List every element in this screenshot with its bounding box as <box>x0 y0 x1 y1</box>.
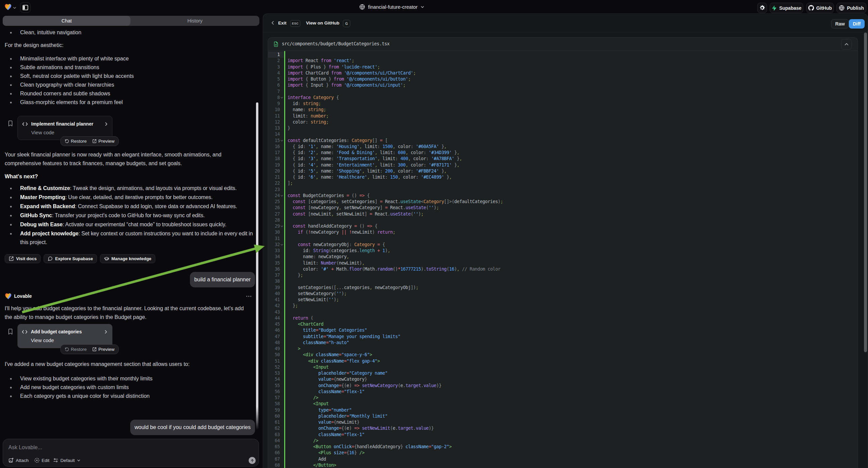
fold-chevron-icon[interactable] <box>280 95 283 101</box>
list-item: Soft, neutral color palette with light b… <box>5 72 252 81</box>
chevron-left-icon[interactable] <box>271 21 275 25</box>
user-message-bubble: build a financial planner <box>190 272 255 287</box>
line-number: 16 <box>268 144 280 150</box>
chat-block: Visit docsExplore SupabaseManage knowled… <box>5 254 252 263</box>
code-line: value={newCategory} <box>287 376 858 382</box>
publish-label: Publish <box>847 5 864 11</box>
chat-block: View existing budget categories with the… <box>5 374 252 401</box>
line-number: 53 <box>268 370 280 376</box>
raw-toggle-button[interactable]: Raw <box>831 19 849 29</box>
explore-supabase-button[interactable]: Explore Supabase <box>43 254 97 263</box>
line-number: 33 <box>268 248 280 254</box>
code-scrollbar[interactable] <box>864 33 867 352</box>
code-line: className="flex-1" <box>287 432 858 438</box>
diff-toggle-button[interactable]: Diff <box>849 19 865 29</box>
line-number: 19 <box>268 162 280 168</box>
fold-chevron-icon[interactable] <box>280 242 283 248</box>
line-number: 29 <box>268 223 280 229</box>
list-item: Each category gets a unique color for vi… <box>5 392 252 401</box>
chat-paragraph: For the design aesthetic: <box>5 41 252 50</box>
code-icon <box>22 330 28 334</box>
exit-button[interactable]: Exit <box>278 21 286 26</box>
restore-button[interactable]: Restore <box>71 139 87 144</box>
line-number: 18 <box>268 156 280 162</box>
code-line: color: string; <box>287 119 858 125</box>
bookmark-icon[interactable] <box>8 329 13 335</box>
list-item: Clean typography with clear hierarchies <box>5 81 252 89</box>
settings-button[interactable] <box>757 3 767 13</box>
view-code-link[interactable]: View code <box>31 129 54 135</box>
code-gutter: 1234567891011121314151617181920212223242… <box>268 52 280 468</box>
button-label: Explore Supabase <box>55 256 93 261</box>
github-label: GitHub <box>816 5 832 11</box>
publish-button[interactable]: Publish <box>836 3 866 13</box>
line-number: 48 <box>268 340 280 346</box>
line-number: 4 <box>268 70 280 76</box>
code-line: { id: '5', name: 'Shopping', limit: 200,… <box>287 168 858 174</box>
code-line: </Button> <box>287 462 858 468</box>
line-number: 54 <box>268 376 280 382</box>
code-line: id: String(categories.length + 1), <box>287 248 858 254</box>
preview-button[interactable]: Preview <box>98 347 115 352</box>
view-on-github-button[interactable]: View on GitHub <box>306 21 340 26</box>
chevron-right-icon <box>104 122 108 126</box>
line-number: 22 <box>268 180 280 186</box>
collapse-file-button[interactable] <box>841 39 852 50</box>
chat-block: I'll help you add budget categories to t… <box>5 304 252 322</box>
code-line: interface Category { <box>287 95 858 101</box>
list-item: View existing budget categories with the… <box>5 374 252 383</box>
fold-chevron-icon[interactable] <box>280 138 283 144</box>
line-number: 49 <box>268 346 280 352</box>
line-number: 57 <box>268 395 280 401</box>
preview-button[interactable]: Preview <box>98 139 115 144</box>
visit-docs-button[interactable]: Visit docs <box>5 254 40 263</box>
code-area[interactable]: 1234567891011121314151617181920212223242… <box>268 51 858 468</box>
restore-button[interactable]: Restore <box>71 347 87 352</box>
manage-knowledge-button[interactable]: Manage knowledge <box>100 254 155 263</box>
code-line: setCategories([...categories, newCategor… <box>287 285 858 291</box>
github-button[interactable]: GitHub <box>806 3 834 13</box>
user-message-bubble: would be cool if you could add budget ca… <box>130 420 255 435</box>
line-number: 68 <box>268 462 280 468</box>
line-number: 30 <box>268 229 280 235</box>
file-header[interactable]: src/components/budget/BudgetCategories.t… <box>268 38 858 51</box>
code-line: color: '#' + Math.floor(Math.random()*16… <box>287 266 858 272</box>
line-number: 44 <box>268 315 280 321</box>
code-line <box>287 309 858 315</box>
view-code-link[interactable]: View code <box>31 338 54 343</box>
message-menu-button[interactable] <box>246 296 251 297</box>
gear-icon <box>759 5 765 11</box>
line-number: 58 <box>268 401 280 407</box>
project-switcher[interactable]: financial-future-creator <box>359 4 425 10</box>
attach-button[interactable]: Attach <box>8 457 29 464</box>
mode-default-button[interactable]: Default <box>53 457 81 464</box>
fold-chevron-icon[interactable] <box>280 223 283 229</box>
chat-block: Minimalist interface with plenty of whit… <box>5 54 252 107</box>
chat-block: For the design aesthetic: <box>5 41 252 50</box>
chat-block: Implement financial plannerView codeRest… <box>5 116 252 140</box>
list-item: Expand with Backend: Connect Supabase to… <box>5 202 258 211</box>
line-number: 31 <box>268 236 280 242</box>
list-item: Master Prompting: Use clear, detailed, a… <box>5 193 258 202</box>
code-line: <Plus size={16} /> <box>287 450 858 456</box>
fold-chevron-icon[interactable] <box>280 193 283 199</box>
composer-input[interactable]: Ask Lovable... <box>8 444 42 450</box>
edit-button[interactable]: Edit <box>34 457 49 464</box>
chat-block: Lovable <box>5 292 252 300</box>
line-number: 61 <box>268 419 280 426</box>
send-button[interactable] <box>249 457 256 464</box>
code-line: const [newCategory, setNewCategory] = Re… <box>287 205 858 211</box>
assistant-name: Lovable <box>14 293 32 299</box>
line-number: 37 <box>268 272 280 278</box>
list-item: Add project knowledge: Set key context o… <box>5 229 258 247</box>
bookmark-icon[interactable] <box>8 120 13 126</box>
sliders-icon <box>53 458 58 463</box>
line-number: 32 <box>268 242 280 248</box>
line-number: 14 <box>268 131 280 137</box>
chat-block: Clean, intuitive navigation <box>5 28 252 37</box>
button-label: Visit docs <box>16 256 37 261</box>
chat-scrollbar[interactable] <box>256 103 258 430</box>
supabase-button[interactable]: Supabase <box>770 3 803 13</box>
code-line: limit: Number(newLimit), <box>287 260 858 266</box>
file-path: src/components/budget/BudgetCategories.t… <box>282 41 390 46</box>
